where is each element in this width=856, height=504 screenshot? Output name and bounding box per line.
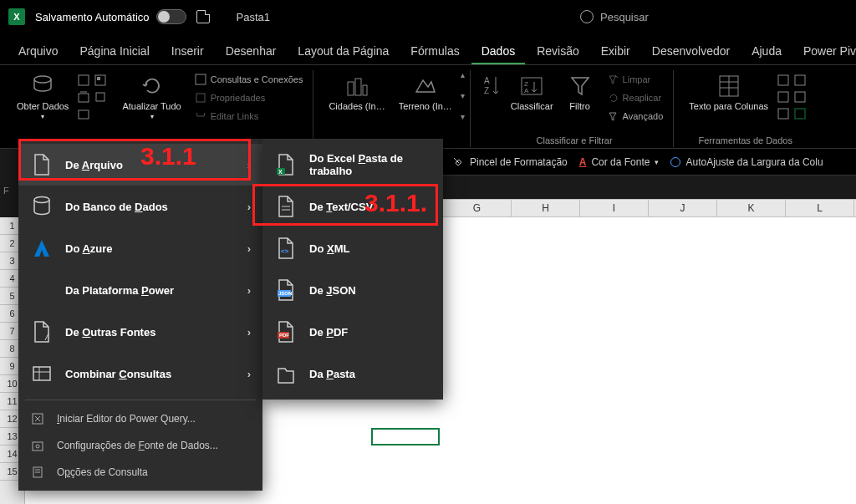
tab-arquivo[interactable]: Arquivo <box>8 38 68 64</box>
svg-text:JSON: JSON <box>278 291 292 296</box>
tab-ajuda[interactable]: Ajuda <box>741 38 792 64</box>
menu-item-footer[interactable]: Opções de Consulta <box>18 459 262 486</box>
tab-revisão[interactable]: Revisão <box>527 38 589 64</box>
submenu-item-do-excel-pasta-de-trabalho[interactable]: XDo Excel Pasta de trabalho <box>262 144 443 186</box>
menu-icon <box>30 153 54 176</box>
autoajuste[interactable]: AutoAjuste da Largura da Colu <box>670 156 823 168</box>
editar-links-button[interactable]: Editar Links <box>190 107 308 125</box>
cidades-button[interactable]: Cidades (In… <box>324 70 390 130</box>
texto-colunas-button[interactable]: Texto para Colunas <box>684 70 773 130</box>
menu-item-footer[interactable]: Iniciar Editor do Power Query... <box>18 405 262 432</box>
limpar-button[interactable]: Limpar <box>602 70 669 89</box>
save-icon[interactable] <box>196 10 210 23</box>
svg-text:A: A <box>524 87 529 94</box>
menu-label: De Arquivo <box>65 159 123 171</box>
menu-label: Da Pasta <box>309 368 355 380</box>
icon-small[interactable] <box>77 107 90 120</box>
terreno-button[interactable]: Terreno (In… <box>394 70 457 130</box>
menu-label: Combinar Consultas <box>65 368 171 380</box>
menu-item-da-plataforma-power[interactable]: Da Plataforma Power› <box>18 269 262 311</box>
menu-icon: <> <box>274 237 298 260</box>
de-arquivo-submenu: XDo Excel Pasta de trabalhoDe Text/CSV<>… <box>262 139 443 400</box>
svg-text:Z: Z <box>484 86 489 95</box>
menu-item-do-banco-de-dados[interactable]: Do Banco de Dados› <box>18 186 262 227</box>
submenu-item-do-xml[interactable]: <>Do XML <box>262 227 443 269</box>
svg-point-27 <box>34 197 49 203</box>
pincel-formatacao[interactable]: Pincel de Formatação <box>451 155 568 169</box>
submenu-item-de-json[interactable]: JSONDe JSON <box>262 269 443 311</box>
menu-label: De Text/CSV <box>309 201 373 213</box>
tab-fórmulas[interactable]: Fórmulas <box>400 38 469 64</box>
icon-small[interactable] <box>777 90 790 104</box>
consultas-button[interactable]: Consultas e Conexões <box>190 70 308 89</box>
avancado-button[interactable]: Avançado <box>602 107 669 125</box>
tab-exibir[interactable]: Exibir <box>591 38 640 64</box>
svg-text:<>: <> <box>281 247 289 255</box>
expand-icon[interactable]: ▾ <box>461 112 465 121</box>
menu-item-do-azure[interactable]: Do Azure› <box>18 227 262 269</box>
menu-label: Do Azure <box>65 242 113 255</box>
menu-item-combinar-consultas[interactable]: Combinar Consultas› <box>18 353 262 395</box>
icon-small[interactable] <box>793 107 807 120</box>
tab-página-inicial[interactable]: Página Inicial <box>69 38 159 64</box>
cor-fonte[interactable]: A Cor da Fonte ▾ <box>579 156 660 168</box>
menu-label: De JSON <box>309 284 356 297</box>
tab-desenhar[interactable]: Desenhar <box>216 38 287 64</box>
svg-rect-22 <box>778 92 788 102</box>
menu-label: Configurações de Fonte de Dados... <box>57 440 218 451</box>
selected-cell[interactable] <box>371 428 440 445</box>
titlebar: X Salvamento Automático Pasta1 Pesquisar <box>0 0 856 33</box>
excel-icon: X <box>8 8 25 25</box>
tab-layout-da-página[interactable]: Layout da Página <box>288 38 399 64</box>
menu-icon <box>30 411 45 426</box>
menu-item-de-outras-fontes[interactable]: De Outras Fontes› <box>18 311 262 353</box>
annotation-2: 3.1.1. <box>364 189 427 217</box>
menu-item-footer[interactable]: Configurações de Fonte de Dados... <box>18 432 262 459</box>
icon-small[interactable] <box>77 74 90 87</box>
svg-text:PDF: PDF <box>279 333 289 338</box>
sort-button[interactable]: AZ <box>481 70 502 130</box>
chevron-right-icon: › <box>247 159 251 171</box>
column-header[interactable]: K <box>717 200 786 216</box>
column-header[interactable]: L <box>786 200 854 216</box>
icon-small[interactable] <box>777 74 790 87</box>
column-header[interactable]: J <box>649 200 717 216</box>
svg-rect-21 <box>778 75 788 85</box>
svg-rect-32 <box>33 442 43 451</box>
filename: Pasta1 <box>237 11 270 23</box>
column-header[interactable]: H <box>512 200 580 216</box>
menu-icon <box>274 362 298 385</box>
propriedades-button[interactable]: Propriedades <box>190 89 308 107</box>
column-header[interactable]: I <box>580 200 649 216</box>
tab-inserir[interactable]: Inserir <box>161 38 214 64</box>
atualizar-tudo-button[interactable]: Atualizar Tudo ▾ <box>117 70 186 130</box>
autosave-toggle[interactable]: Salvamento Automático <box>35 9 186 24</box>
svg-rect-26 <box>795 109 805 119</box>
obter-dados-button[interactable]: Obter Dados ▾ <box>12 70 74 130</box>
submenu-item-da-pasta[interactable]: Da Pasta <box>262 353 443 395</box>
icon-small[interactable] <box>793 90 807 104</box>
tab-power-pivot[interactable]: Power Pivot <box>793 38 856 64</box>
menu-label: Da Plataforma Power <box>65 284 174 297</box>
icon-small[interactable] <box>77 90 90 104</box>
chevron-up-icon[interactable]: ▴ <box>461 70 465 79</box>
filtro-button[interactable]: Filtro <box>562 70 599 130</box>
icon-small[interactable] <box>94 90 107 104</box>
search-box[interactable]: Pesquisar <box>580 10 814 23</box>
tab-desenvolvedor[interactable]: Desenvolvedor <box>642 38 740 64</box>
classificar-button[interactable]: ZA Classificar <box>506 70 558 130</box>
menu-label: Iniciar Editor do Power Query... <box>57 413 196 425</box>
icon-small[interactable] <box>793 74 807 87</box>
chevron-right-icon: › <box>247 284 251 297</box>
toggle-switch[interactable] <box>156 9 186 24</box>
icon-small[interactable] <box>777 107 790 120</box>
chevron-down-icon[interactable]: ▾ <box>461 91 465 100</box>
chevron-right-icon: › <box>247 201 251 213</box>
menu-icon: JSON <box>274 278 298 302</box>
tab-dados[interactable]: Dados <box>471 38 525 64</box>
reaplicar-button[interactable]: Reaplicar <box>602 89 669 107</box>
column-header[interactable]: G <box>443 200 512 216</box>
menu-icon <box>30 465 45 480</box>
submenu-item-de-pdf[interactable]: PDFDe PDF <box>262 311 443 353</box>
icon-small[interactable] <box>94 74 107 87</box>
